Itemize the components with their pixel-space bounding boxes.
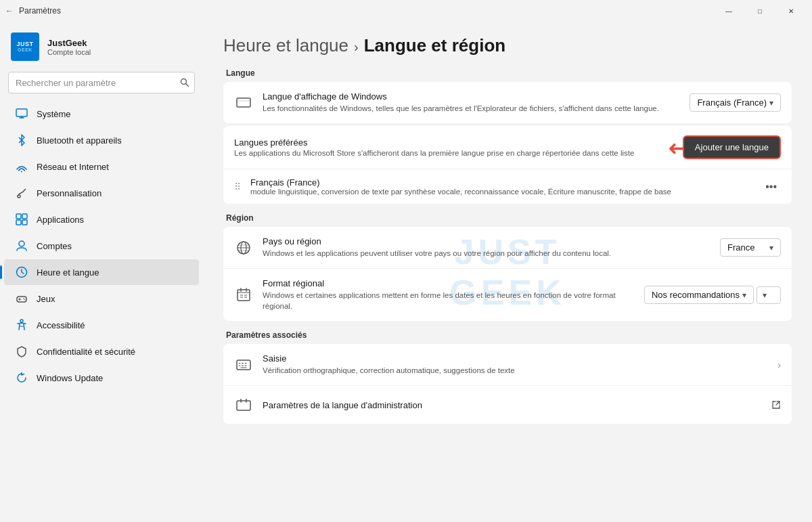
pays-dropdown[interactable]: France ▾	[720, 238, 781, 257]
add-language-button[interactable]: Ajouter une langue	[683, 135, 781, 159]
user-profile: JUST GEEK JustGeek Compte local	[0, 22, 203, 69]
nav-list: Système Bluetooth et appareils	[0, 99, 203, 522]
pays-desc: Windows et les applications peuvent util…	[263, 248, 710, 259]
sidebar-label-comptes: Comptes	[37, 241, 72, 251]
sidebar-item-update[interactable]: Windows Update	[4, 365, 199, 391]
minimize-button[interactable]: —	[713, 0, 744, 22]
french-entry-menu-button[interactable]: •••	[761, 179, 781, 194]
sidebar-item-reseau[interactable]: Réseau et Internet	[4, 154, 199, 179]
keyboard-icon	[234, 355, 253, 374]
svg-rect-35	[237, 360, 250, 370]
network-icon	[15, 160, 28, 173]
saisie-row[interactable]: Saisie Vérification orthographique, corr…	[223, 344, 792, 386]
sidebar-label-confidentialite: Confidentialité et sécurité	[37, 347, 135, 357]
saisie-action: ›	[777, 360, 781, 370]
svg-rect-19	[237, 98, 250, 107]
sidebar-label-systeme: Système	[37, 109, 71, 119]
search-input[interactable]	[8, 72, 195, 93]
svg-point-6	[18, 195, 20, 198]
sidebar-label-update: Windows Update	[37, 373, 103, 383]
chevron-down-icon: ▾	[769, 98, 773, 108]
bluetooth-icon	[15, 133, 28, 147]
format-chevron-icon: ▾	[742, 290, 746, 300]
pays-chevron-icon: ▾	[769, 243, 773, 253]
maximize-button[interactable]: □	[744, 0, 775, 22]
globe-icon	[234, 238, 253, 257]
format-icon: Aƒ	[234, 286, 253, 305]
svg-point-11	[19, 241, 24, 246]
display-language-action: Français (France) ▾	[690, 93, 781, 112]
preferred-languages-header: Langues préférées Les applications du Mi…	[223, 126, 792, 169]
gamepad-icon	[15, 292, 28, 305]
window-title: Paramètres	[19, 6, 61, 16]
sidebar-item-systeme[interactable]: Système	[4, 101, 199, 127]
svg-rect-9	[16, 220, 21, 225]
sidebar-item-comptes[interactable]: Comptes	[4, 233, 199, 259]
sidebar-label-reseau: Réseau et Internet	[37, 162, 109, 172]
sidebar-label-heure: Heure et langue	[37, 267, 99, 278]
admin-content: Paramètres de la langue d'administration	[263, 400, 762, 410]
brush-icon	[15, 186, 28, 200]
sidebar-item-accessibilite[interactable]: Accessibilité	[4, 312, 199, 338]
format-dropdown[interactable]: Nos recommandations ▾	[644, 286, 754, 304]
admin-row[interactable]: Paramètres de la langue d'administration	[223, 386, 792, 424]
format-expand-dropdown[interactable]: ▾	[757, 286, 781, 304]
breadcrumb[interactable]: Heure et langue	[223, 35, 348, 56]
svg-rect-7	[16, 214, 21, 219]
french-language-entry: ⠿ Français (France) module linguistique,…	[223, 169, 792, 204]
window-controls: — □ ✕	[713, 0, 807, 22]
sidebar-item-applications[interactable]: Applications	[4, 206, 199, 232]
pays-value: France	[727, 242, 754, 253]
page-title: Langue et région	[364, 35, 505, 56]
sidebar-label-applications: Applications	[37, 215, 84, 225]
external-link-icon	[771, 400, 781, 410]
pays-title: Pays ou région	[263, 236, 710, 246]
french-entry-title: Français (France)	[250, 177, 754, 188]
app-window: JUST GEEK JustGeek Compte local	[0, 22, 812, 522]
sidebar-item-personnalisation[interactable]: Personnalisation	[4, 180, 199, 206]
sidebar-label-jeux: Jeux	[37, 294, 55, 304]
user-account: Compte local	[47, 48, 91, 56]
display-language-row: Langue d'affichage de Windows Les foncti…	[223, 82, 792, 123]
display-language-value: Français (France)	[697, 97, 767, 108]
close-button[interactable]: ✕	[775, 0, 807, 22]
drag-handle-icon[interactable]: ⠿	[234, 181, 241, 192]
svg-point-18	[20, 320, 23, 322]
format-desc: Windows et certaines applications metten…	[263, 290, 635, 311]
sidebar-item-heure[interactable]: Heure et langue	[4, 259, 199, 285]
section-region-label: Région	[223, 213, 792, 223]
svg-rect-2	[16, 109, 27, 116]
sidebar-item-confidentialite[interactable]: Confidentialité et sécurité	[4, 339, 199, 364]
title-bar: ← Paramètres — □ ✕	[0, 0, 812, 22]
svg-line-46	[776, 401, 780, 405]
format-row: Aƒ Format régional Windows et certaines …	[223, 269, 792, 321]
accessibility-icon	[15, 318, 28, 332]
back-button[interactable]: ←	[5, 6, 14, 16]
preferred-languages-title: Langues préférées	[234, 137, 673, 148]
sidebar-item-bluetooth[interactable]: Bluetooth et appareils	[4, 127, 199, 153]
sidebar-label-personnalisation: Personnalisation	[37, 188, 102, 198]
sidebar-item-jeux[interactable]: Jeux	[4, 286, 199, 311]
user-name: JustGeek	[47, 38, 91, 48]
update-icon	[15, 371, 28, 385]
format-content: Format régional Windows et certaines app…	[263, 278, 635, 311]
shield-icon	[15, 345, 28, 358]
region-card: Pays ou région Windows et les applicatio…	[223, 227, 792, 321]
sidebar-label-bluetooth: Bluetooth et appareils	[37, 135, 122, 146]
pays-content: Pays ou région Windows et les applicatio…	[263, 236, 710, 259]
svg-rect-10	[22, 220, 27, 225]
display-language-icon	[234, 93, 253, 112]
logo-just: JUST	[16, 41, 33, 47]
breadcrumb-separator: ›	[354, 39, 359, 55]
logo-geek: GEEK	[18, 47, 32, 52]
display-language-dropdown[interactable]: Français (France) ▾	[690, 93, 781, 112]
preferred-languages-desc: Les applications du Microsoft Store s'af…	[234, 149, 673, 157]
display-language-desc: Les fonctionnalités de Windows, telles q…	[263, 103, 680, 114]
pays-row: Pays ou région Windows et les applicatio…	[223, 227, 792, 269]
associated-card: Saisie Vérification orthographique, corr…	[223, 344, 792, 424]
admin-action	[771, 400, 781, 410]
apps-icon	[15, 213, 28, 226]
main-content: JUST GEEK Heure et langue › Langue et ré…	[203, 22, 812, 522]
format-value: Nos recommandations	[652, 290, 740, 300]
display-language-card: Langue d'affichage de Windows Les foncti…	[223, 82, 792, 123]
